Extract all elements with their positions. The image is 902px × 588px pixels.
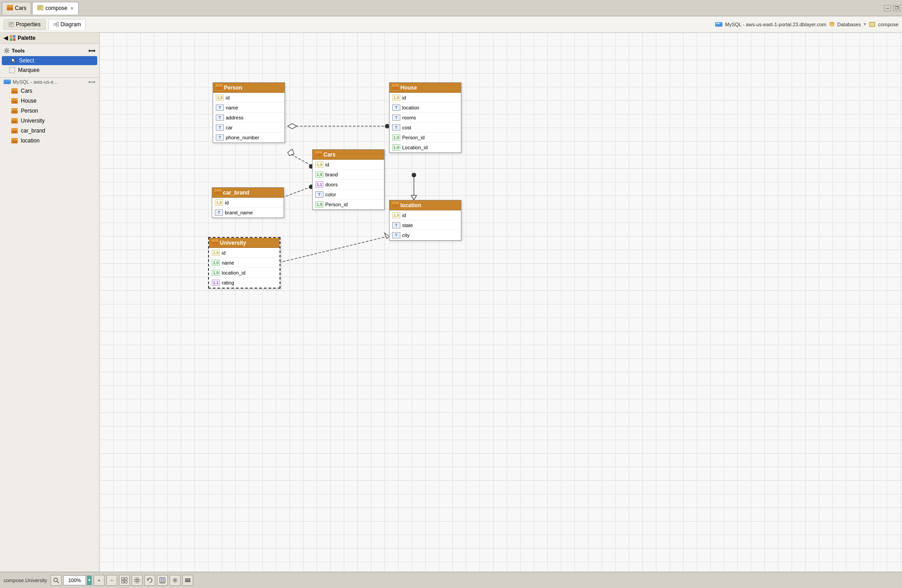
table-house[interactable]: House 1,9 id T location T rooms T cost [389,82,461,153]
grid-icon [134,577,140,583]
canvas-area[interactable]: Person 1,9 id T name T address T car [100,33,902,572]
table-person[interactable]: Person 1,9 id T name T address T car [213,82,285,143]
text-icon2: T [216,114,224,121]
svg-rect-35 [11,98,18,101]
grid-btn[interactable] [132,575,142,586]
cars-id-label: id [325,162,329,167]
location-field-city: T city [389,230,461,240]
diagram-icon [53,22,59,27]
svg-rect-36 [11,101,18,104]
svg-point-119 [174,579,176,581]
svg-rect-11 [54,24,56,25]
text-icon-h1: T [392,104,400,111]
svg-point-70 [412,173,416,177]
svg-rect-121 [185,580,190,581]
table-university[interactable]: University 1,9 id 1,9 name 1,9 location_… [208,237,280,289]
sidebar: ◀ Palette Tools ⟺ Select Marquee MySQL - [0,33,100,572]
sidebar-item-cars[interactable]: Cars [0,86,99,96]
house-person-id-label: Person_id [402,135,425,140]
table-location[interactable]: location 1,9 id T state T city [389,200,461,241]
save-icon [159,577,166,583]
tab-diagram[interactable]: Diagram [48,19,86,30]
person-phone-label: phone_number [226,135,259,140]
fk-icon-c1: 1,9 [315,171,323,178]
palette-label: Palette [18,35,35,41]
sidebar-university-label: University [21,118,45,124]
svg-point-105 [54,578,57,582]
university-table-icon [212,239,218,246]
text-icon: T [216,104,224,111]
zoom-in-btn[interactable]: + [94,575,104,586]
settings-btn[interactable] [170,575,180,586]
save-btn[interactable] [157,575,168,586]
svg-rect-27 [9,67,15,73]
person-field-address: T address [213,113,285,123]
tab-close-icon[interactable]: ✕ [70,6,74,11]
text-icon3: T [216,124,224,131]
select-label: Select [19,57,34,64]
tab-properties[interactable]: Properties [4,19,46,30]
diagram-label: Diagram [61,21,81,28]
sidebar-item-car-brand[interactable]: car_brand [0,126,99,136]
university-field-name: 1,9 name [209,258,280,268]
text-icon-c1: T [315,191,323,198]
svg-marker-71 [411,195,417,200]
house-table-icon [392,84,399,91]
server-label: MySQL - aws-us-east-1-portal.23.dblayer.… [725,22,826,27]
svg-rect-120 [185,579,190,579]
minimize-btn[interactable]: ─ [884,5,891,11]
server-info: MySQL - aws-us-east-1-portal.23.dblayer.… [715,21,898,28]
tools-collapse[interactable]: ⟺ [88,48,95,54]
cars-doors-label: doors [325,182,338,187]
text-icon4: T [216,134,224,141]
table-cars[interactable]: Cars 1,9 id 1,9 brand 1,1 doors T color [312,149,385,210]
cars-person-id-label: Person_id [325,202,348,207]
refresh-btn[interactable] [144,575,155,586]
sidebar-location-label: location [21,138,39,144]
more-icon [185,577,191,583]
university-icon [11,117,18,124]
back-arrow[interactable]: ◀ [4,35,8,41]
zoom-input[interactable] [63,575,86,585]
cars-brand-label: brand [325,172,338,177]
select-cursor-icon [11,57,16,64]
svg-rect-41 [11,111,18,114]
zoom-out-btn[interactable]: − [106,575,117,586]
text-icon-l2: T [392,232,400,238]
tools-header: Tools ⟺ [0,46,99,56]
house-location-id-label: Location_id [402,145,427,150]
layout-btn[interactable] [119,575,130,586]
svg-rect-23 [13,35,15,38]
house-icon [11,97,18,104]
sidebar-item-location[interactable]: location [0,136,99,146]
tool-marquee[interactable]: Marquee [0,66,99,75]
refresh-icon [147,577,153,583]
university-field-location-id: 1,9 location_id [209,268,280,278]
connection-collapse[interactable]: ⟺ [88,79,95,85]
compose-db-label: compose [878,22,898,27]
svg-rect-109 [122,581,124,583]
text-icon-h2: T [392,114,400,121]
restore-btn[interactable]: ❐ [893,5,900,11]
svg-rect-8 [9,22,14,27]
tab-compose[interactable]: compose ✕ [32,2,79,14]
sidebar-item-university[interactable]: University [0,116,99,126]
tool-select[interactable]: Select [2,56,97,65]
status-controls: ▾ + − [51,575,193,586]
num-icon-c: 1,1 [315,181,323,188]
more-btn[interactable] [182,575,193,586]
svg-rect-110 [125,581,127,583]
svg-rect-31 [11,91,18,94]
zoom-dropdown-btn[interactable]: ▾ [87,575,92,585]
sidebar-item-house[interactable]: House [0,96,99,106]
svg-rect-100 [212,239,218,242]
compose-tab-icon [37,5,43,12]
tools-label: Tools [12,48,25,53]
pk-icon-u: 1,9 [212,250,220,256]
svg-rect-1 [7,8,13,10]
sidebar-item-person[interactable]: Person [0,106,99,116]
pk-icon-cb: 1,9 [215,199,223,206]
table-car-brand[interactable]: car_brand 1,9 id T brand_name [212,187,284,218]
zoom-out-small-btn[interactable] [51,575,62,586]
tab-cars[interactable]: Cars [2,2,31,14]
